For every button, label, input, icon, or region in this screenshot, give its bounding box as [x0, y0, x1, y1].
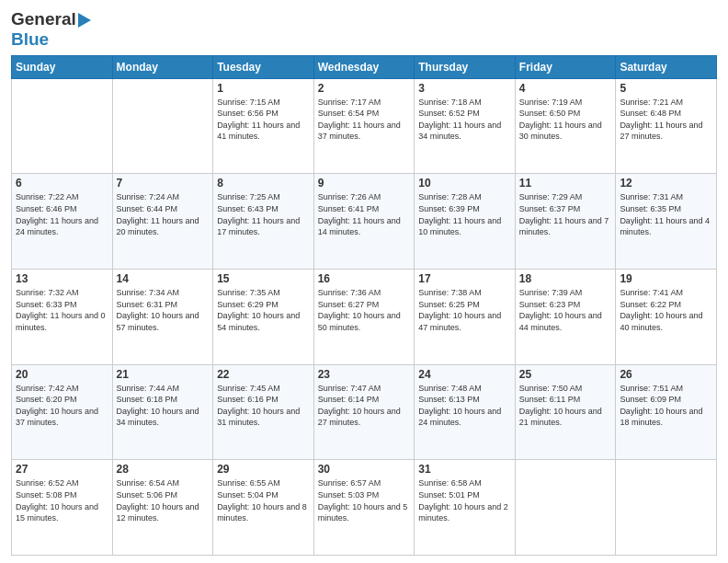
day-content: Sunrise: 7:17 AM Sunset: 6:54 PM Dayligh… — [318, 97, 411, 143]
day-content: Sunrise: 7:42 AM Sunset: 6:20 PM Dayligh… — [16, 383, 108, 429]
calendar-table: Sunday Monday Tuesday Wednesday Thursday… — [11, 55, 717, 556]
day-content: Sunrise: 6:52 AM Sunset: 5:08 PM Dayligh… — [16, 477, 108, 523]
table-row: 24Sunrise: 7:48 AM Sunset: 6:13 PM Dayli… — [415, 364, 516, 460]
calendar-week-row: 13Sunrise: 7:32 AM Sunset: 6:33 PM Dayli… — [12, 270, 717, 365]
table-row: 4Sunrise: 7:19 AM Sunset: 6:50 PM Daylig… — [515, 78, 616, 174]
calendar-week-row: 20Sunrise: 7:42 AM Sunset: 6:20 PM Dayli… — [12, 364, 717, 460]
day-number: 14 — [117, 272, 210, 285]
day-content: Sunrise: 7:15 AM Sunset: 6:56 PM Dayligh… — [217, 97, 310, 143]
table-row: 20Sunrise: 7:42 AM Sunset: 6:20 PM Dayli… — [12, 364, 113, 460]
table-row: 5Sunrise: 7:21 AM Sunset: 6:48 PM Daylig… — [616, 78, 717, 174]
table-row: 1Sunrise: 7:15 AM Sunset: 6:56 PM Daylig… — [213, 78, 314, 174]
day-number: 24 — [418, 368, 511, 381]
table-row: 6Sunrise: 7:22 AM Sunset: 6:46 PM Daylig… — [12, 174, 113, 270]
day-content: Sunrise: 7:24 AM Sunset: 6:44 PM Dayligh… — [117, 191, 210, 237]
day-number: 4 — [519, 82, 612, 95]
day-number: 11 — [519, 177, 612, 190]
table-row: 17Sunrise: 7:38 AM Sunset: 6:25 PM Dayli… — [415, 270, 516, 365]
day-number: 21 — [117, 368, 210, 381]
calendar-week-row: 6Sunrise: 7:22 AM Sunset: 6:46 PM Daylig… — [12, 174, 717, 270]
day-number: 13 — [16, 272, 108, 285]
day-number: 9 — [318, 177, 411, 190]
table-row: 15Sunrise: 7:35 AM Sunset: 6:29 PM Dayli… — [213, 270, 314, 365]
table-row: 28Sunrise: 6:54 AM Sunset: 5:06 PM Dayli… — [112, 460, 213, 556]
table-row: 31Sunrise: 6:58 AM Sunset: 5:01 PM Dayli… — [415, 460, 516, 556]
day-content: Sunrise: 6:58 AM Sunset: 5:01 PM Dayligh… — [418, 477, 511, 523]
day-content: Sunrise: 7:36 AM Sunset: 6:27 PM Dayligh… — [318, 287, 411, 333]
day-content: Sunrise: 7:32 AM Sunset: 6:33 PM Dayligh… — [16, 287, 108, 333]
calendar-week-row: 27Sunrise: 6:52 AM Sunset: 5:08 PM Dayli… — [12, 460, 717, 556]
day-content: Sunrise: 7:48 AM Sunset: 6:13 PM Dayligh… — [418, 383, 511, 429]
table-row: 18Sunrise: 7:39 AM Sunset: 6:23 PM Dayli… — [515, 270, 616, 365]
day-number: 3 — [418, 82, 511, 95]
day-number: 1 — [217, 82, 310, 95]
day-number: 18 — [519, 272, 612, 285]
day-number: 23 — [318, 368, 411, 381]
col-friday: Friday — [515, 55, 616, 78]
page: General Blue Sunday Monday Tuesday Wedne… — [0, 0, 728, 563]
col-monday: Monday — [112, 55, 213, 78]
table-row: 22Sunrise: 7:45 AM Sunset: 6:16 PM Dayli… — [213, 364, 314, 460]
table-row: 11Sunrise: 7:29 AM Sunset: 6:37 PM Dayli… — [515, 174, 616, 270]
day-content: Sunrise: 7:18 AM Sunset: 6:52 PM Dayligh… — [418, 97, 511, 143]
day-number: 31 — [418, 463, 511, 476]
day-content: Sunrise: 7:22 AM Sunset: 6:46 PM Dayligh… — [16, 191, 108, 237]
day-number: 25 — [519, 368, 612, 381]
day-content: Sunrise: 7:45 AM Sunset: 6:16 PM Dayligh… — [217, 383, 310, 429]
table-row: 12Sunrise: 7:31 AM Sunset: 6:35 PM Dayli… — [616, 174, 717, 270]
day-number: 22 — [217, 368, 310, 381]
table-row: 8Sunrise: 7:25 AM Sunset: 6:43 PM Daylig… — [213, 174, 314, 270]
table-row: 16Sunrise: 7:36 AM Sunset: 6:27 PM Dayli… — [313, 270, 415, 365]
day-content: Sunrise: 7:50 AM Sunset: 6:11 PM Dayligh… — [519, 383, 612, 429]
day-number: 6 — [16, 177, 108, 190]
calendar-week-row: 1Sunrise: 7:15 AM Sunset: 6:56 PM Daylig… — [12, 78, 717, 174]
day-number: 15 — [217, 272, 310, 285]
table-row — [616, 460, 717, 556]
table-row: 3Sunrise: 7:18 AM Sunset: 6:52 PM Daylig… — [415, 78, 516, 174]
day-number: 12 — [620, 177, 712, 190]
day-number: 8 — [217, 177, 310, 190]
table-row: 9Sunrise: 7:26 AM Sunset: 6:41 PM Daylig… — [313, 174, 415, 270]
day-number: 27 — [16, 463, 108, 476]
day-content: Sunrise: 7:51 AM Sunset: 6:09 PM Dayligh… — [620, 383, 712, 429]
table-row: 7Sunrise: 7:24 AM Sunset: 6:44 PM Daylig… — [112, 174, 213, 270]
day-number: 7 — [117, 177, 210, 190]
day-content: Sunrise: 7:21 AM Sunset: 6:48 PM Dayligh… — [620, 97, 712, 143]
day-number: 2 — [318, 82, 411, 95]
day-content: Sunrise: 6:55 AM Sunset: 5:04 PM Dayligh… — [217, 477, 310, 523]
col-sunday: Sunday — [12, 55, 113, 78]
table-row — [12, 78, 113, 174]
col-saturday: Saturday — [616, 55, 717, 78]
day-content: Sunrise: 7:34 AM Sunset: 6:31 PM Dayligh… — [117, 287, 210, 333]
table-row: 25Sunrise: 7:50 AM Sunset: 6:11 PM Dayli… — [515, 364, 616, 460]
day-number: 17 — [418, 272, 511, 285]
table-row — [112, 78, 213, 174]
day-content: Sunrise: 7:31 AM Sunset: 6:35 PM Dayligh… — [620, 191, 712, 237]
day-content: Sunrise: 7:25 AM Sunset: 6:43 PM Dayligh… — [217, 191, 310, 237]
table-row: 19Sunrise: 7:41 AM Sunset: 6:22 PM Dayli… — [616, 270, 717, 365]
table-row: 21Sunrise: 7:44 AM Sunset: 6:18 PM Dayli… — [112, 364, 213, 460]
day-content: Sunrise: 7:35 AM Sunset: 6:29 PM Dayligh… — [217, 287, 310, 333]
day-number: 16 — [318, 272, 411, 285]
table-row: 2Sunrise: 7:17 AM Sunset: 6:54 PM Daylig… — [313, 78, 415, 174]
day-content: Sunrise: 6:57 AM Sunset: 5:03 PM Dayligh… — [318, 477, 411, 523]
day-content: Sunrise: 7:47 AM Sunset: 6:14 PM Dayligh… — [318, 383, 411, 429]
table-row: 23Sunrise: 7:47 AM Sunset: 6:14 PM Dayli… — [313, 364, 415, 460]
table-row: 13Sunrise: 7:32 AM Sunset: 6:33 PM Dayli… — [12, 270, 113, 365]
table-row: 30Sunrise: 6:57 AM Sunset: 5:03 PM Dayli… — [313, 460, 415, 556]
logo: General Blue — [11, 9, 76, 50]
table-row: 27Sunrise: 6:52 AM Sunset: 5:08 PM Dayli… — [12, 460, 113, 556]
col-wednesday: Wednesday — [313, 55, 415, 78]
table-row: 26Sunrise: 7:51 AM Sunset: 6:09 PM Dayli… — [616, 364, 717, 460]
day-number: 5 — [620, 82, 712, 95]
col-tuesday: Tuesday — [213, 55, 314, 78]
day-content: Sunrise: 7:26 AM Sunset: 6:41 PM Dayligh… — [318, 191, 411, 237]
day-content: Sunrise: 7:44 AM Sunset: 6:18 PM Dayligh… — [117, 383, 210, 429]
table-row: 14Sunrise: 7:34 AM Sunset: 6:31 PM Dayli… — [112, 270, 213, 365]
day-number: 20 — [16, 368, 108, 381]
day-number: 30 — [318, 463, 411, 476]
day-content: Sunrise: 7:38 AM Sunset: 6:25 PM Dayligh… — [418, 287, 511, 333]
col-thursday: Thursday — [415, 55, 516, 78]
day-content: Sunrise: 7:39 AM Sunset: 6:23 PM Dayligh… — [519, 287, 612, 333]
header: General Blue — [11, 9, 717, 50]
